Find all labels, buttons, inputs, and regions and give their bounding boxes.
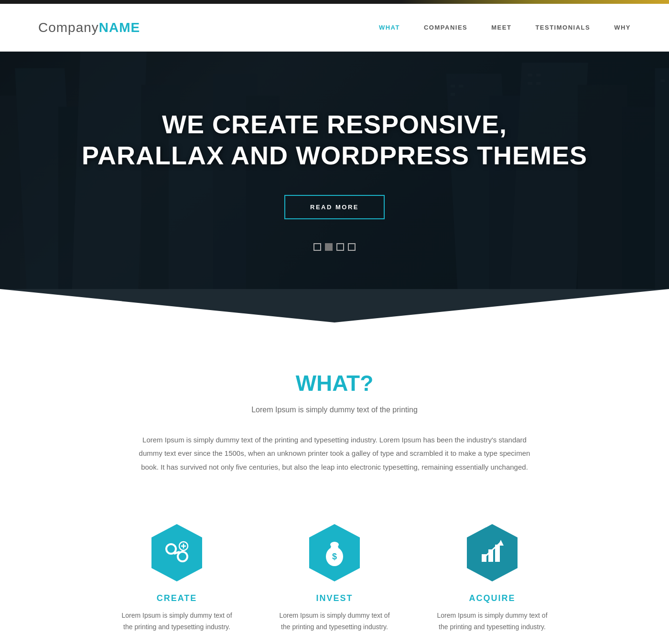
hero-title-line1: WE CREATE RESPONSIVE, [82,109,587,140]
main-nav: WHAT COMPANIES MEET TESTIMONIALS WHY [379,24,631,31]
invest-icon: $ [303,522,366,584]
acquire-title: ACQUIRE [469,593,515,603]
hero-chevron-shape [0,289,669,322]
acquire-icon [461,522,523,584]
nav-why[interactable]: WHY [614,24,631,31]
acquire-desc: Lorem Ipsum is simply dummy text of the … [432,610,552,633]
dot-2[interactable] [325,243,333,251]
create-title: CREATE [157,593,197,603]
invest-desc: Lorem Ipsum is simply dummy text of the … [275,610,394,633]
hero-title-line2: PARALLAX AND WORDPRESS THEMES [82,140,587,171]
what-subtitle: Lorem Ipsum is simply dummy text of the … [96,406,573,414]
hero-content: WE CREATE RESPONSIVE, PARALLAX AND WORDP… [0,52,669,289]
nav-what[interactable]: WHAT [379,24,400,31]
what-section: WHAT? Lorem Ipsum is simply dummy text o… [0,361,669,503]
hero-read-more-button[interactable]: READ MORE [284,195,385,219]
create-icon [146,522,208,584]
feature-create: CREATE Lorem Ipsum is simply dummy text … [117,522,237,633]
nav-companies[interactable]: COMPANIES [424,24,467,31]
hero-title: WE CREATE RESPONSIVE, PARALLAX AND WORDP… [82,109,587,171]
svg-text:$: $ [332,552,337,561]
what-body: Lorem Ipsum is simply dummy text of the … [139,433,530,474]
slider-dots [313,243,356,251]
hero-section: WE CREATE RESPONSIVE, PARALLAX AND WORDP… [0,52,669,322]
nav-testimonials[interactable]: TESTIMONIALS [535,24,590,31]
feature-invest: $ INVEST Lorem Ipsum is simply dummy tex… [275,522,394,633]
invest-title: INVEST [316,593,353,603]
features-section: CREATE Lorem Ipsum is simply dummy text … [0,503,669,644]
feature-acquire: ACQUIRE Lorem Ipsum is simply dummy text… [432,522,552,633]
nav-meet[interactable]: MEET [491,24,511,31]
header: CompanyNAME WHAT COMPANIES MEET TESTIMON… [0,4,669,52]
top-bar [0,0,669,4]
logo-text-bold: NAME [99,20,140,35]
logo-text-light: Company [38,20,99,35]
svg-point-39 [330,542,339,547]
dot-1[interactable] [313,243,321,251]
svg-marker-28 [0,289,669,322]
what-title: WHAT? [96,370,573,396]
logo: CompanyNAME [38,20,140,35]
create-desc: Lorem Ipsum is simply dummy text of the … [117,610,237,633]
dot-4[interactable] [348,243,356,251]
dot-3[interactable] [336,243,344,251]
